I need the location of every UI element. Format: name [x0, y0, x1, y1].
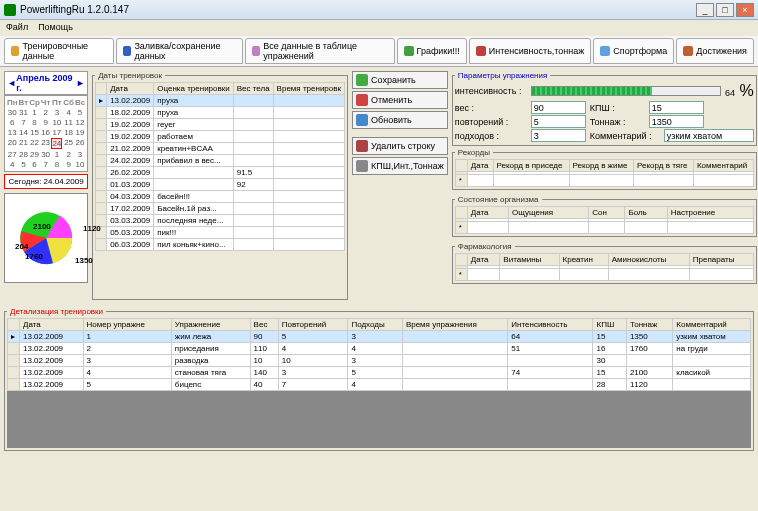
table-row[interactable]: 26.02.200991.5 [96, 167, 345, 179]
delete-icon [356, 140, 368, 152]
menu-help[interactable]: Помощь [38, 22, 73, 34]
tab-icon [683, 46, 693, 56]
table-row[interactable]: 13.02.20094становая тяга1403574152100кла… [8, 367, 751, 379]
table-row[interactable]: 21.02.2009креатин+BCAA [96, 143, 345, 155]
tonnage-input[interactable] [649, 115, 704, 128]
table-row[interactable]: 19.02.2009reyer [96, 119, 345, 131]
params-panel: Параметры упражнения интенсивность : 64 … [452, 71, 757, 146]
tab-1[interactable]: Заливка/сохранение данных [116, 38, 243, 64]
table-row[interactable]: 19.02.2009работаем [96, 131, 345, 143]
tab-icon [404, 46, 414, 56]
table-row[interactable]: 03.03.2009последняя неде... [96, 215, 345, 227]
calendar-title: Апрель 2009 г. [16, 73, 76, 93]
pharma-table[interactable]: ДатаВитаминыКреатинАминокислотыПрепараты… [455, 253, 754, 281]
save-icon [356, 74, 368, 86]
detail-panel: Детализация тренировки ДатаНомер упражне… [4, 307, 754, 451]
menu-file[interactable]: Файл [6, 22, 28, 34]
pie-chart: 2100112013501760204 [4, 193, 88, 283]
organism-panel: Состояние организма ДатаОщущенияСонБольН… [452, 195, 757, 237]
tab-6[interactable]: Достижения [676, 38, 754, 64]
table-row[interactable]: ▸13.02.20091жим лежа905364151350узким хв… [8, 331, 751, 343]
cal-next-icon[interactable]: ► [76, 78, 85, 88]
table-row[interactable]: 24.02.2009прибавил в вес... [96, 155, 345, 167]
tab-5[interactable]: Спортформа [593, 38, 674, 64]
table-row[interactable]: 13.02.20093разводка1010330 [8, 355, 751, 367]
table-row[interactable]: * [455, 269, 753, 281]
table-row[interactable]: 13.02.20092приседания1104451161760на гру… [8, 343, 751, 355]
tab-icon [252, 46, 260, 56]
kpsh-input[interactable] [649, 101, 704, 114]
kpsh-button[interactable]: КПШ,Инт.,Тоннаж [352, 157, 448, 175]
table-row[interactable]: 04.03.2009басейн!!! [96, 191, 345, 203]
table-row[interactable]: 17.02.2009Басейн.1й раз... [96, 203, 345, 215]
maximize-button[interactable]: □ [716, 3, 734, 17]
table-row[interactable]: 18.02.2009пруха [96, 107, 345, 119]
tab-icon [123, 46, 131, 56]
table-row[interactable]: 05.03.2009пик!!! [96, 227, 345, 239]
weight-input[interactable] [531, 101, 586, 114]
calendar-header: ◄ Апрель 2009 г. ► [4, 71, 88, 95]
records-panel: Рекорды ДатаРекорд в приседеРекорд в жим… [452, 148, 757, 190]
intensity-bar [531, 86, 721, 96]
table-row[interactable]: 06.03.2009пил коньяк+кино... [96, 239, 345, 251]
action-buttons: Сохранить Отменить Обновить Удалить стро… [352, 71, 448, 303]
tab-4[interactable]: Интенсивность,тоннаж [469, 38, 592, 64]
calendar-today[interactable]: Сегодня: 24.04.2009 [4, 174, 88, 189]
cal-prev-icon[interactable]: ◄ [7, 78, 16, 88]
menu-bar: Файл Помощь [0, 20, 758, 36]
training-dates-table[interactable]: ДатаОценка тренировкиВес телаВремя трени… [95, 82, 345, 251]
save-button[interactable]: Сохранить [352, 71, 448, 89]
table-row[interactable]: * [455, 175, 753, 187]
minimize-button[interactable]: _ [696, 3, 714, 17]
table-row[interactable]: 01.03.200992 [96, 179, 345, 191]
app-icon [4, 4, 16, 16]
tab-icon [11, 46, 19, 56]
training-dates-legend: Даты тренировок [95, 71, 165, 80]
tab-2[interactable]: Все данные в таблице упражнений [245, 38, 395, 64]
table-row[interactable]: * [455, 222, 753, 234]
calc-icon [356, 160, 368, 172]
tab-icon [600, 46, 610, 56]
detail-table[interactable]: ДатаНомер упражнеУпражнениеВесПовторений… [7, 318, 751, 391]
reps-input[interactable] [531, 115, 586, 128]
organism-table[interactable]: ДатаОщущенияСонБольНастроение* [455, 206, 754, 234]
tab-0[interactable]: Тренировочные данные [4, 38, 114, 64]
table-row[interactable]: 13.02.20095бицепс4074281120 [8, 379, 751, 391]
sets-input[interactable] [531, 129, 586, 142]
pharma-panel: Фармакология ДатаВитаминыКреатинАминокис… [452, 242, 757, 284]
tab-3[interactable]: Графики!!! [397, 38, 467, 64]
tab-icon [476, 46, 486, 56]
refresh-button[interactable]: Обновить [352, 111, 448, 129]
title-bar: PowerliftingRu 1.2.0.147 _ □ × [0, 0, 758, 20]
comment-input[interactable] [664, 129, 754, 142]
close-button[interactable]: × [736, 3, 754, 17]
cancel-icon [356, 94, 368, 106]
refresh-icon [356, 114, 368, 126]
tab-bar: Тренировочные данныеЗаливка/сохранение д… [0, 36, 758, 67]
delete-row-button[interactable]: Удалить строку [352, 137, 448, 155]
window-title: PowerliftingRu 1.2.0.147 [20, 4, 696, 15]
training-dates-panel: Даты тренировок ДатаОценка тренировкиВес… [92, 71, 348, 300]
cancel-button[interactable]: Отменить [352, 91, 448, 109]
table-row[interactable]: ▸13.02.2009пруха [96, 95, 345, 107]
records-table[interactable]: ДатаРекорд в приседеРекорд в жимеРекорд … [455, 159, 754, 187]
calendar-grid[interactable]: ПнВтСрЧтПтСбВс30311234567891011121314151… [4, 95, 88, 172]
